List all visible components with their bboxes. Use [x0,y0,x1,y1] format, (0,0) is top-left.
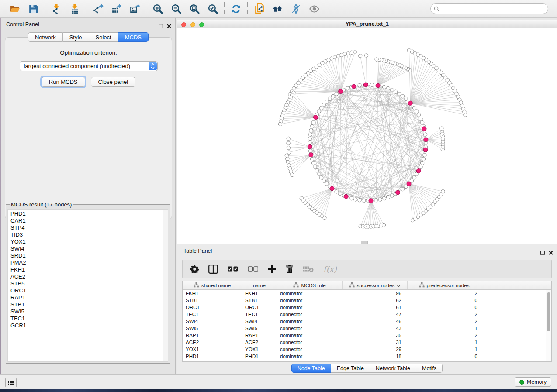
tab-network-table[interactable]: Network Table [370,364,416,373]
graph-hub-node[interactable] [424,138,428,142]
tab-motifs[interactable]: Motifs [416,364,443,373]
graph-leaf-node[interactable] [287,141,290,145]
table-row[interactable]: RAP1RAP1dominator352 [183,332,551,339]
tab-network[interactable]: Network [28,32,63,42]
graph-node[interactable] [335,92,338,96]
tab-select[interactable]: Select [89,32,118,42]
graph-node[interactable] [338,192,342,196]
table-float-icon[interactable] [540,249,545,257]
graph-leaf-node[interactable] [346,52,350,55]
table-row[interactable]: SWI4SWI4dominator462 [183,318,551,325]
graph-leaf-node[interactable] [285,154,288,157]
mcds-result-item[interactable]: STB5 [10,280,168,287]
graph-hub-node[interactable] [339,89,343,94]
optimization-select[interactable]: largest connected component (undirected) [20,61,158,71]
graph-node[interactable] [423,133,427,136]
graph-node[interactable] [378,198,382,201]
mcds-result-item[interactable]: PHD1 [10,210,168,217]
clone-network-icon[interactable] [253,3,265,15]
graph-node[interactable] [331,94,335,98]
graph-node[interactable] [322,179,325,182]
mcds-result-item[interactable]: ACE2 [10,273,168,280]
houses-icon[interactable] [271,3,284,15]
graph-leaf-node[interactable] [441,190,445,193]
eye-icon[interactable] [308,3,320,15]
tab-edge-table[interactable]: Edge Table [331,364,370,373]
zoom-fit-icon[interactable] [188,3,201,15]
graph-hub-node[interactable] [396,190,400,195]
graph-leaf-node[interactable] [343,52,346,56]
graph-node[interactable] [315,169,318,172]
table-row[interactable]: ORC1ORC1dominator610 [183,304,551,311]
graph-node[interactable] [370,83,374,86]
graph-node[interactable] [386,86,390,90]
mcds-result-item[interactable]: ORC1 [10,287,168,294]
column-header-shared-name[interactable]: shared name [183,281,242,289]
graph-node[interactable] [310,124,314,128]
column-header-successor-nodes[interactable]: successor nodes [343,281,408,289]
mcds-result-item[interactable]: STP4 [10,224,168,231]
gear-icon[interactable] [190,265,199,273]
graph-node[interactable] [317,110,321,113]
graph-node[interactable] [349,196,353,200]
tab-style[interactable]: Style [63,32,89,42]
graph-hub-node[interactable] [416,169,421,173]
graph-hub-node[interactable] [308,144,312,149]
import-network-icon[interactable] [50,3,62,15]
export-image-icon[interactable] [128,3,141,15]
close-panel-button[interactable]: Close panel [91,77,136,87]
graph-node[interactable] [319,106,323,110]
mcds-result-item[interactable]: GCR1 [10,322,168,329]
table-row[interactable]: YOX1YOX1connector291 [183,346,551,353]
graph-node[interactable] [335,190,338,193]
graph-leaf-node[interactable] [287,137,290,140]
table-row[interactable]: TEC1TEC1connector472 [183,311,551,318]
graph-node[interactable] [325,100,329,103]
graph-leaf-node[interactable] [440,127,443,130]
graph-hub-node[interactable] [352,84,356,89]
graph-node[interactable] [401,187,405,191]
save-session-icon[interactable] [27,3,39,15]
mcds-result-item[interactable]: PMA2 [10,259,168,266]
graph-hub-node[interactable] [423,148,428,152]
refresh-icon[interactable] [230,3,242,15]
panel-splitter-handle[interactable] [361,241,368,244]
graph-node[interactable] [311,120,315,124]
column-header-MCDS-role[interactable]: MCDS role [277,281,343,289]
graph-node[interactable] [401,94,405,98]
graph-hub-node[interactable] [376,83,380,88]
graph-hub-node[interactable] [344,194,348,199]
memory-button[interactable]: Memory [515,377,551,387]
graph-leaf-node[interactable] [350,51,353,54]
graph-node[interactable] [328,97,332,100]
tab-node-table[interactable]: Node Table [291,364,331,373]
graph-leaf-node[interactable] [358,54,362,58]
mcds-result-item[interactable]: YOX1 [10,238,168,245]
table-scrollbar[interactable] [546,290,551,361]
close-window-icon[interactable] [181,22,186,27]
deselect-all-icon[interactable] [248,266,258,272]
column-header-predecessor-nodes[interactable]: predecessor nodes [408,281,481,289]
graph-node[interactable] [390,194,394,197]
maximize-window-icon[interactable] [199,22,204,27]
mcds-list-scrollbar[interactable] [163,210,168,361]
table-row[interactable]: STB1STB1dominator620 [183,297,551,304]
graph-leaf-node[interactable] [382,223,385,227]
open-session-icon[interactable] [9,3,21,15]
mcds-result-item[interactable]: SWI4 [10,245,168,252]
graph-leaf-node[interactable] [291,173,294,176]
graph-hub-node[interactable] [408,101,412,105]
graph-node[interactable] [420,161,424,165]
graph-hub-node[interactable] [309,153,313,157]
columns-icon[interactable] [208,265,218,274]
graph-node[interactable] [362,199,365,203]
graph-hub-node[interactable] [407,182,411,186]
graph-node[interactable] [308,133,312,136]
graph-leaf-node[interactable] [287,151,291,154]
table-scroll-thumb[interactable] [547,292,550,331]
graph-node[interactable] [317,172,321,176]
graph-node[interactable] [404,97,408,100]
graph-node[interactable] [419,117,422,120]
select-all-icon[interactable] [228,266,238,272]
graph-node[interactable] [417,113,421,117]
